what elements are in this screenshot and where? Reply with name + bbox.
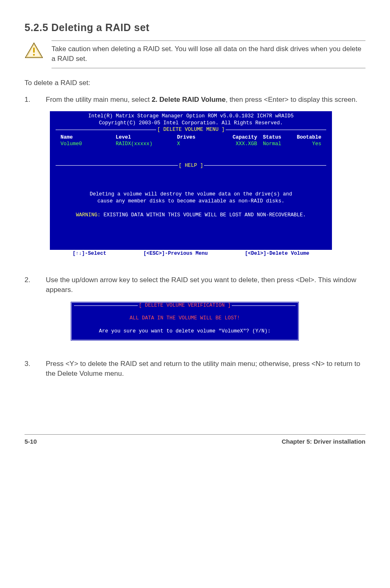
bios-dialog-question: Are you sure you want to delete volume "…: [76, 328, 294, 335]
svg-point-3: [33, 54, 35, 56]
col-status: Status: [263, 134, 296, 141]
bios-help-msg-1: Deleting a volume will destroy the volum…: [61, 191, 321, 198]
bios-menu-title-rule: [ DELETE VOLUME MENU ]: [50, 126, 332, 133]
page-footer: 5-10 Chapter 5: Driver installation: [25, 434, 365, 446]
caution-text: Take caution when deleting a RAID set. Y…: [52, 44, 365, 64]
col-name: Name: [61, 134, 116, 141]
step-3-text: Press <Y> to delete the RAID set and ret…: [46, 359, 365, 379]
bios-delete-verification-dialog: [ DELETE VOLUME VERIFICATION ] ALL DATA …: [70, 301, 299, 341]
val-bootable: Yes: [296, 141, 321, 148]
val-capacity: XXX.XGB: [220, 141, 263, 148]
step-3: 3. Press <Y> to delete the RAID set and …: [25, 359, 365, 385]
val-name: Volume0: [61, 141, 116, 148]
intro-line: To delete a RAID set:: [25, 78, 365, 88]
step-number: 3.: [25, 359, 34, 385]
step-1-bold: 2. Delete RAID Volume: [152, 96, 226, 103]
bios-help-label: [ HELP ]: [178, 162, 204, 169]
bios-dialog-title: [ DELETE VOLUME VERIFICATION ]: [138, 302, 231, 310]
bios-help-msg-2: cause any member disks to become availab…: [61, 198, 321, 205]
val-status: Normal: [263, 141, 296, 148]
caution-block: Take caution when deleting a RAID set. Y…: [25, 40, 365, 68]
bios-footer-prev: [<ESC>]-Previous Menu: [143, 250, 208, 257]
step-1-after: , then press <Enter> to display this scr…: [226, 96, 357, 103]
warning-icon: [25, 42, 43, 61]
val-drives: X: [177, 141, 220, 148]
page-heading: 5.2.5 Deleting a RAID set: [25, 20, 365, 35]
col-bootable: Bootable: [296, 134, 321, 141]
bios-table-row: Volume0 RAIDX(xxxxx) X XXX.XGB Normal Ye…: [61, 141, 321, 148]
val-level: RAIDX(xxxxx): [116, 141, 177, 148]
bios-warning-label: WARNING:: [76, 212, 101, 218]
bios-menu-label: [ DELETE VOLUME MENU ]: [156, 126, 225, 133]
bios-header-1: Intel(R) Matrix Storage Manager Option R…: [50, 113, 332, 120]
col-capacity: Capacity: [220, 134, 263, 141]
col-level: Level: [116, 134, 177, 141]
step-number: 1.: [25, 95, 34, 266]
bios-table-header: Name Level Drives Capacity Status Bootab…: [61, 134, 321, 141]
step-number: 2.: [25, 275, 34, 350]
bios-delete-volume-screen: Intel(R) Matrix Storage Manager Option R…: [50, 111, 332, 257]
page-number: 5-10: [25, 437, 37, 446]
bios-footer-select: [↑↓]-Select: [72, 250, 106, 257]
bios-header-2: Copyright(C) 2003-05 Intel Corporation. …: [50, 120, 332, 127]
step-2-text: Use the up/down arrow key to select the …: [46, 275, 365, 295]
svg-rect-2: [33, 47, 35, 53]
col-drives: Drives: [177, 134, 220, 141]
bios-warning-line: WARNING: EXISTING DATA WITHIN THIS VOLUM…: [61, 212, 321, 219]
step-1: 1. From the utility main menu, select 2.…: [25, 95, 365, 266]
bios-footer: [↑↓]-Select [<ESC>]-Previous Menu [<Del>…: [50, 250, 332, 258]
step-1-before: From the utility main menu, select: [46, 96, 152, 103]
bios-warning-text: EXISTING DATA WITHIN THIS VOLUME WILL BE…: [101, 212, 306, 218]
chapter-title: Chapter 5: Driver installation: [282, 437, 365, 446]
step-1-text: From the utility main menu, select 2. De…: [46, 95, 365, 105]
bios-help-title-rule: [ HELP ]: [50, 162, 332, 169]
step-2: 2. Use the up/down arrow key to select t…: [25, 275, 365, 350]
bios-footer-del: [<Del>]-Delete Volume: [245, 250, 309, 257]
bios-dialog-warning: ALL DATA IN THE VOLUME WILL BE LOST!: [76, 315, 294, 322]
